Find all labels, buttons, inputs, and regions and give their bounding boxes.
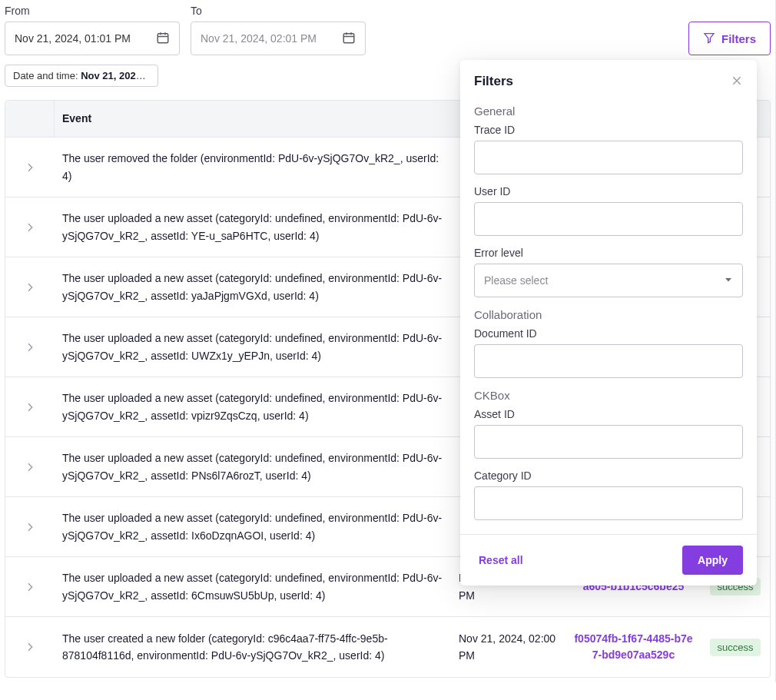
to-field: To Nov 21, 2024, 02:01 PM	[191, 5, 366, 55]
chevron-right-icon	[24, 641, 36, 653]
document-id-label: Document ID	[474, 327, 743, 340]
date-cell: Nov 21, 2024, 02:00 PM	[451, 619, 566, 675]
chevron-right-icon	[24, 161, 36, 174]
event-cell: The user uploaded a new asset (categoryI…	[55, 199, 451, 255]
chevron-right-icon	[24, 461, 36, 473]
svg-marker-11	[725, 278, 731, 282]
user-id-input[interactable]	[474, 202, 743, 236]
from-date-input[interactable]: Nov 21, 2024, 01:01 PM	[5, 22, 180, 55]
close-icon[interactable]	[731, 75, 743, 89]
trace-id-input[interactable]	[474, 141, 743, 174]
event-cell: The user uploaded a new asset (categoryI…	[55, 499, 451, 555]
error-level-label: Error level	[474, 247, 743, 259]
from-label: From	[5, 5, 180, 17]
expand-toggle[interactable]	[5, 221, 55, 234]
category-id-label: Category ID	[474, 469, 743, 482]
status-cell: success	[701, 628, 770, 667]
event-cell: The user created a new folder (categoryI…	[55, 619, 451, 675]
document-id-input[interactable]	[474, 344, 743, 378]
chevron-right-icon	[24, 521, 36, 533]
filters-button[interactable]: Filters	[688, 22, 771, 55]
asset-id-input[interactable]	[474, 425, 743, 459]
reset-all-button[interactable]: Reset all	[474, 553, 528, 567]
event-cell: The user removed the folder (environment…	[55, 139, 451, 195]
expand-toggle[interactable]	[5, 581, 55, 593]
event-cell: The user uploaded a new asset (categoryI…	[55, 439, 451, 495]
event-cell: The user uploaded a new asset (categoryI…	[55, 559, 451, 615]
column-event: Event	[55, 110, 451, 127]
event-cell: The user uploaded a new asset (categoryI…	[55, 319, 451, 375]
filters-popover: Filters General Trace ID User ID Error l…	[460, 60, 757, 586]
status-badge: success	[710, 639, 761, 656]
chevron-right-icon	[24, 221, 36, 234]
section-ckbox: CKBox	[474, 389, 743, 402]
chevron-right-icon	[24, 581, 36, 593]
svg-rect-4	[343, 33, 354, 42]
expand-toggle[interactable]	[5, 341, 55, 353]
category-id-input[interactable]	[474, 486, 743, 520]
svg-marker-8	[705, 33, 714, 42]
table-row: The user created a new folder (categoryI…	[5, 617, 770, 677]
calendar-icon	[342, 31, 356, 47]
section-collaboration: Collaboration	[474, 308, 743, 321]
expand-toggle[interactable]	[5, 401, 55, 413]
asset-id-label: Asset ID	[474, 408, 743, 420]
expand-toggle[interactable]	[5, 281, 55, 294]
user-id-label: User ID	[474, 185, 743, 197]
event-cell: The user uploaded a new asset (categoryI…	[55, 379, 451, 435]
chevron-right-icon	[24, 401, 36, 413]
to-date-input[interactable]: Nov 21, 2024, 02:01 PM	[191, 22, 366, 55]
trace-id-link[interactable]: f05074fb-1f67-4485-b7e7-bd9e07aa529c	[566, 620, 701, 674]
event-cell: The user uploaded a new asset (categoryI…	[55, 259, 451, 315]
chevron-right-icon	[24, 281, 36, 294]
section-general: General	[474, 105, 743, 118]
active-filter-chip[interactable]: Date and time: Nov 21, 2024, 0…	[5, 65, 158, 87]
expand-toggle[interactable]	[5, 521, 55, 533]
svg-rect-0	[158, 33, 168, 42]
chevron-down-icon	[724, 274, 733, 287]
expand-toggle[interactable]	[5, 641, 55, 653]
expand-toggle[interactable]	[5, 161, 55, 174]
from-field: From Nov 21, 2024, 01:01 PM	[5, 5, 180, 55]
calendar-icon	[156, 31, 170, 47]
apply-button[interactable]: Apply	[682, 546, 743, 575]
filter-icon	[703, 32, 715, 46]
popover-title: Filters	[474, 74, 513, 89]
expand-toggle[interactable]	[5, 461, 55, 473]
trace-id-label: Trace ID	[474, 124, 743, 136]
chevron-right-icon	[24, 341, 36, 353]
error-level-select[interactable]: Please select	[474, 264, 743, 297]
to-label: To	[191, 5, 366, 17]
